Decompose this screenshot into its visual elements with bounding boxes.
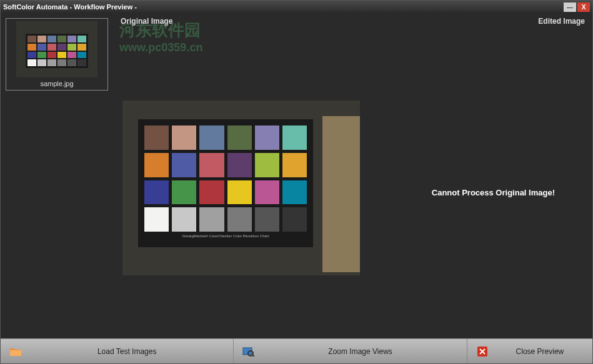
colorchecker-patch (227, 180, 252, 205)
colorchecker-patch (227, 153, 252, 177)
colorchecker-patch (144, 180, 169, 205)
svg-line-2 (252, 355, 254, 357)
thumbnail-image (16, 21, 97, 77)
minimize-button[interactable]: — (564, 2, 576, 12)
colorchecker-patch (144, 125, 169, 150)
colorchecker-patch (172, 153, 196, 177)
colorchecker-patch (144, 153, 169, 177)
thumbnail-item[interactable]: sample.jpg (6, 18, 108, 91)
error-message: Cannot Process Original Image! (432, 188, 555, 197)
colorchecker-patch (255, 180, 279, 205)
colorchecker-patch (227, 125, 252, 150)
magnifier-icon (242, 347, 255, 357)
colorchecker-patch (282, 180, 307, 205)
colorchecker-caption: GretagMacbeth ColorChecker Color Renditi… (144, 234, 307, 238)
colorchecker-patch (255, 207, 279, 232)
thumbnail-sidebar: sample.jpg (1, 13, 113, 338)
load-test-images-button[interactable]: Load Test Images (1, 339, 234, 363)
preview-area: 河东软件园 www.pc0359.cn Original Image Edite… (113, 13, 592, 338)
edited-image-label: Edited Image (538, 17, 585, 26)
colorchecker-patch (172, 180, 196, 205)
original-image-label: Original Image (121, 17, 172, 26)
colorchecker-patch (282, 153, 307, 177)
thumbnail-filename: sample.jpg (40, 80, 73, 87)
folder-icon (9, 347, 22, 357)
zoom-image-views-button[interactable]: Zoom Image Views (234, 339, 467, 363)
colorchecker-patch (282, 125, 307, 150)
colorchecker-patch (172, 125, 196, 150)
original-image-view[interactable]: GretagMacbeth ColorChecker Color Renditi… (122, 101, 360, 275)
colorchecker-patch (144, 207, 169, 232)
colorchecker-patch (199, 180, 224, 205)
bottom-toolbar: Load Test Images Zoom Image Views Close … (1, 338, 592, 363)
colorchecker-patch (172, 207, 196, 232)
window-close-button[interactable]: X (577, 2, 590, 12)
colorchecker-patch (227, 207, 252, 232)
colorchecker-patch (199, 125, 224, 150)
close-preview-button[interactable]: Close Preview (467, 339, 592, 363)
colorchecker-patch (199, 207, 224, 232)
window-title: SoftColor Automata - Workflow Preview - (3, 3, 564, 11)
colorchecker-patch (255, 125, 279, 150)
colorchecker-patch (282, 207, 307, 232)
titlebar: SoftColor Automata - Workflow Preview - … (1, 1, 592, 13)
close-icon (476, 347, 489, 357)
colorchecker-patch (199, 153, 224, 177)
colorchecker-patch (255, 153, 279, 177)
